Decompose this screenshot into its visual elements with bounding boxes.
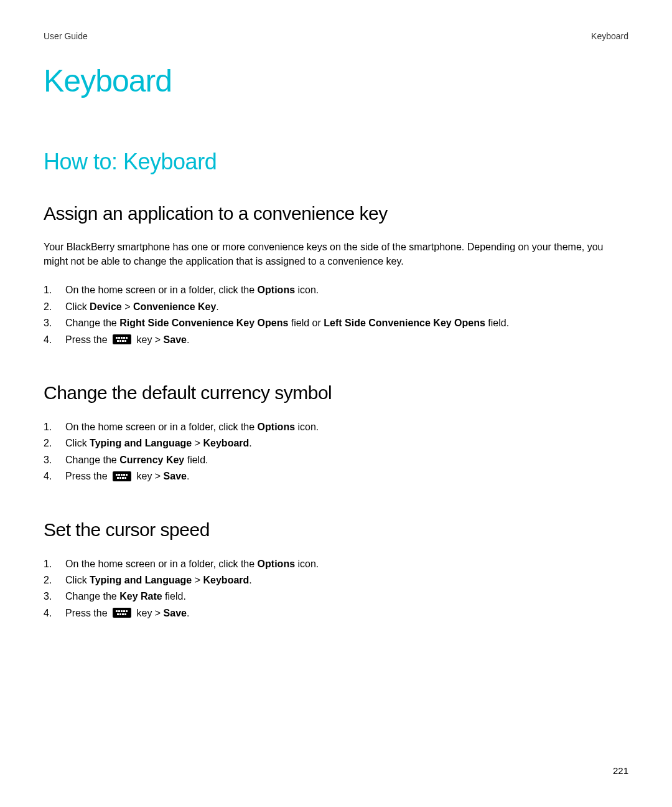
list-item: Click Typing and Language > Keyboard. bbox=[44, 572, 628, 588]
step-text: . bbox=[187, 608, 189, 618]
step-bold: Options bbox=[258, 422, 295, 432]
step-text: . bbox=[249, 438, 251, 448]
step-text: On the home screen or in a folder, click… bbox=[65, 422, 258, 432]
page-number: 221 bbox=[613, 765, 628, 776]
step-bold: Keyboard bbox=[203, 575, 250, 585]
subsection-cursor-title: Set the cursor speed bbox=[44, 519, 628, 540]
list-item: Change the Key Rate field. bbox=[44, 588, 628, 605]
assign-steps: On the home screen or in a folder, click… bbox=[44, 282, 628, 348]
step-text: key > bbox=[134, 608, 164, 618]
step-text: icon. bbox=[295, 285, 319, 295]
page-header: User Guide Keyboard bbox=[44, 31, 628, 41]
step-bold: Currency Key bbox=[119, 455, 184, 465]
step-bold: Right Side Convenience Key Opens bbox=[119, 318, 288, 328]
step-bold: Options bbox=[258, 285, 295, 295]
step-bold: Typing and Language bbox=[90, 575, 192, 585]
list-item: Press the key > Save. bbox=[44, 468, 628, 484]
step-bold: Save bbox=[164, 608, 187, 618]
step-bold: Save bbox=[164, 334, 187, 345]
step-bold: Typing and Language bbox=[90, 438, 192, 448]
step-text: field or bbox=[288, 318, 324, 328]
step-text: Change the bbox=[65, 591, 119, 602]
list-item: Click Device > Convenience Key. bbox=[44, 299, 628, 315]
step-text: Change the bbox=[65, 455, 119, 465]
step-bold: Save bbox=[164, 471, 187, 481]
currency-steps: On the home screen or in a folder, click… bbox=[44, 419, 628, 485]
cursor-steps: On the home screen or in a folder, click… bbox=[44, 556, 628, 622]
list-item: On the home screen or in a folder, click… bbox=[44, 282, 628, 298]
step-bold: Device bbox=[90, 301, 122, 312]
step-text: Click bbox=[65, 301, 90, 312]
step-text: > bbox=[122, 301, 133, 312]
assign-body: Your BlackBerry smartphone has one or mo… bbox=[44, 240, 628, 268]
subsection-assign-title: Assign an application to a convenience k… bbox=[44, 203, 628, 224]
step-text: key > bbox=[134, 334, 164, 345]
step-text: > bbox=[192, 575, 203, 585]
list-item: Change the Right Side Convenience Key Op… bbox=[44, 315, 628, 331]
step-bold: Options bbox=[258, 559, 295, 569]
list-item: On the home screen or in a folder, click… bbox=[44, 556, 628, 572]
step-text: On the home screen or in a folder, click… bbox=[65, 285, 258, 295]
step-text: On the home screen or in a folder, click… bbox=[65, 559, 258, 569]
step-text: icon. bbox=[295, 422, 319, 432]
list-item: Click Typing and Language > Keyboard. bbox=[44, 435, 628, 451]
step-text: > bbox=[192, 438, 203, 448]
step-bold: Convenience Key bbox=[133, 301, 216, 312]
step-text: Press the bbox=[65, 608, 110, 618]
section-title: How to: Keyboard bbox=[44, 149, 628, 175]
step-text: Press the bbox=[65, 471, 110, 481]
blackberry-key-icon bbox=[113, 334, 131, 344]
step-text: . bbox=[216, 301, 218, 312]
list-item: On the home screen or in a folder, click… bbox=[44, 419, 628, 435]
step-text: field. bbox=[184, 455, 208, 465]
step-text: . bbox=[187, 471, 189, 481]
step-text: key > bbox=[134, 471, 164, 481]
list-item: Change the Currency Key field. bbox=[44, 452, 628, 468]
step-text: . bbox=[249, 575, 251, 585]
step-bold: Left Side Convenience Key Opens bbox=[324, 318, 485, 328]
step-text: Change the bbox=[65, 318, 119, 328]
header-right: Keyboard bbox=[591, 31, 628, 41]
header-left: User Guide bbox=[44, 31, 88, 41]
step-text: Press the bbox=[65, 334, 110, 345]
step-text: field. bbox=[162, 591, 186, 602]
list-item: Press the key > Save. bbox=[44, 605, 628, 621]
step-bold: Key Rate bbox=[119, 591, 162, 602]
subsection-currency-title: Change the default currency symbol bbox=[44, 382, 628, 404]
step-text: field. bbox=[485, 318, 509, 328]
step-text: icon. bbox=[295, 559, 319, 569]
chapter-title: Keyboard bbox=[44, 63, 628, 99]
step-bold: Keyboard bbox=[203, 438, 250, 448]
step-text: . bbox=[187, 334, 189, 345]
blackberry-key-icon bbox=[113, 608, 131, 618]
step-text: Click bbox=[65, 438, 90, 448]
step-text: Click bbox=[65, 575, 90, 585]
list-item: Press the key > Save. bbox=[44, 332, 628, 348]
blackberry-key-icon bbox=[113, 471, 131, 481]
